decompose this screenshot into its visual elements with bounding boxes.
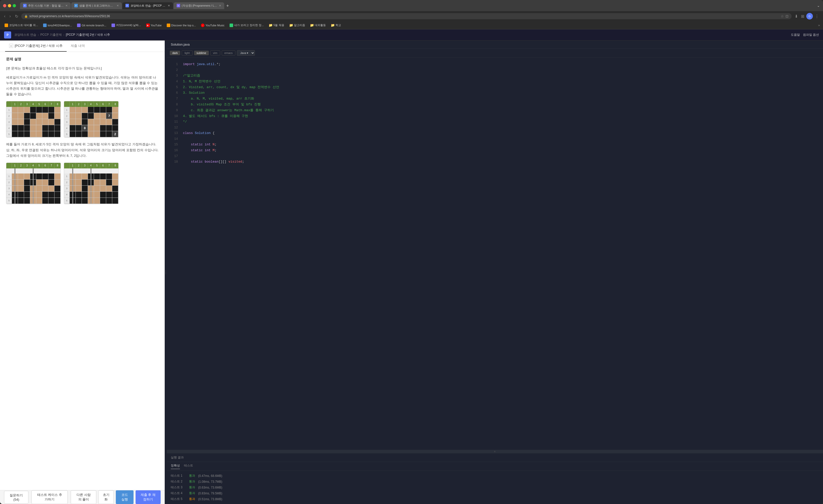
- vertical-resize-handle[interactable]: ≡: [167, 450, 823, 453]
- title-bar: P 추천 시스템 기본 - 협업 필터링(C... ✕ P 샘플 문제 | 프로…: [0, 0, 823, 11]
- test-status-4: 통과: [189, 491, 195, 495]
- bookmark-coding-test[interactable]: 코딩테스트 대비를 위...: [3, 23, 39, 28]
- bookmark-label-9: 5월 채용: [274, 23, 284, 27]
- theme-dark-button[interactable]: dark: [170, 51, 180, 55]
- bookmarks-more-button[interactable]: »: [818, 23, 820, 27]
- bookmark-baekjoo[interactable]: tony9402/baekjoo...: [41, 23, 73, 28]
- add-testcase-button[interactable]: 테스트 케이스 추가하기: [31, 490, 68, 504]
- extensions-button[interactable]: ⊞: [800, 13, 805, 19]
- tab-close-4[interactable]: ✕: [219, 4, 221, 7]
- code-line-14: 14: [167, 136, 823, 142]
- bookmark-may-jobs[interactable]: 📁 5월 채용: [267, 23, 286, 28]
- tab-label-3: 코딩테스트 연습 - [PCCP 기출문...: [131, 4, 166, 8]
- bookmark-activities[interactable]: 📁 대외활동: [309, 23, 327, 28]
- resize-icon: ≡: [494, 450, 496, 453]
- bookmark-icon-1: [5, 24, 8, 27]
- code-line-11: 11 */: [167, 119, 823, 125]
- bookmark-school[interactable]: 📁 학교: [329, 23, 343, 28]
- test-row-2: 테스트 2 통과 (1.08ms, 73.7MB): [171, 479, 819, 485]
- close-button[interactable]: [3, 4, 6, 7]
- bookmark-notes[interactable]: 내가 보려고 정리한 정...: [228, 23, 265, 28]
- problem-desc-1: 세로길이가 n 가로길이가 m 인 격자 모양의 땅 속에서 석유가 발견되었습…: [6, 75, 159, 97]
- tab-close-2[interactable]: ✕: [117, 4, 119, 7]
- content-area: P 코딩테스트 연습 › PCCP 기출문제 › [PCCP 기출문제] 2번 …: [0, 29, 823, 504]
- grid-image-right: 1 2 3 4 5 6 7 8 12734852: [64, 101, 119, 138]
- forward-button[interactable]: ›: [8, 13, 12, 19]
- back-button[interactable]: ‹: [3, 13, 6, 19]
- tab-close-1[interactable]: ✕: [65, 4, 68, 7]
- bookmark-commit[interactable]: 커밋(commit) 날짜...: [110, 23, 143, 28]
- theme-sublime-button[interactable]: sublime: [194, 51, 209, 55]
- tab-3[interactable]: P 코딩테스트 연습 - [PCCP 기출문... ✕: [122, 2, 173, 9]
- results-tab-test[interactable]: 테스트: [184, 464, 193, 469]
- address-input-wrap[interactable]: 🔒 school.programmers.co.kr/learn/courses…: [21, 13, 792, 19]
- app-logo: P: [4, 31, 11, 38]
- tab-2[interactable]: P 샘플 문제 | 프로그래머스인증시험 ✕: [71, 2, 122, 9]
- star-icon[interactable]: ☆: [781, 14, 784, 18]
- oil-grid-2: 12734852: [64, 107, 118, 137]
- bookmark-youtube[interactable]: ▶ YouTube: [145, 23, 163, 28]
- code-line-2: 2: [167, 67, 823, 73]
- test-row-5: 테스트 5 통과 (0.51ms, 73.8MB): [171, 496, 819, 502]
- test-status-2: 통과: [189, 479, 195, 484]
- theme-vim-button[interactable]: vim: [210, 50, 220, 55]
- other-solution-button[interactable]: 다른 사람의 풀이: [71, 490, 96, 504]
- tab-4[interactable]: N (작성중) [Programmers / Level... ✕: [174, 2, 224, 9]
- code-line-15: 15 static int N;: [167, 142, 823, 148]
- submit-button[interactable]: 제출 후 채점하기: [136, 490, 161, 504]
- cast-icon[interactable]: ⊡: [786, 14, 789, 18]
- bookmark-icon-6: [167, 24, 170, 27]
- test-info-4: (0.83ms, 79.5MB): [198, 492, 222, 495]
- bookmark-label-2: tony9402/baekjoo...: [48, 24, 72, 27]
- problem-desc-2: 예를 들어 가로가 8, 세로가 5인 격자 모양의 땅 속에 위 그림처럼 석…: [6, 142, 159, 158]
- bookmark-label-5: YouTube: [151, 24, 162, 27]
- bookmark-youtube-music[interactable]: ♪ YouTube Music: [199, 23, 226, 28]
- bookmark-algorithm[interactable]: 📁 알고리즘: [288, 23, 307, 28]
- results-tab-accuracy[interactable]: 정확성: [171, 464, 180, 469]
- tab-label-1: 추천 시스템 기본 - 협업 필터링(C...: [28, 4, 64, 8]
- new-tab-button[interactable]: +: [225, 3, 230, 9]
- grid-image-4: 1 2 3 4 5 6 7 8 12345: [64, 163, 119, 204]
- tab-1[interactable]: P 추천 시스템 기본 - 협업 필터링(C... ✕: [20, 2, 71, 9]
- breadcrumb-sep-2: ›: [63, 33, 64, 37]
- bottom-bar: 질문하기 (54) 테스트 케이스 추가하기 다른 사람의 풀이 초기화 코드 …: [0, 490, 165, 504]
- reset-button[interactable]: 초기화: [98, 490, 114, 504]
- language-select[interactable]: Java ▾: [237, 50, 255, 56]
- downloads-button[interactable]: ⬇: [794, 13, 799, 19]
- problem-tabs: □ [PCCP 기출문제] 2번 / 석유 시추 제출 내역: [0, 40, 165, 52]
- code-line-12: 12: [167, 125, 823, 131]
- profile-icon[interactable]: G: [806, 13, 813, 19]
- address-bar: ‹ › ↻ 🔒 school.programmers.co.kr/learn/c…: [0, 11, 823, 21]
- tab-close-3[interactable]: ✕: [168, 4, 170, 7]
- breadcrumb-item-1[interactable]: 코딩테스트 연습: [14, 33, 36, 37]
- code-line-17: 17: [167, 154, 823, 159]
- theme-emacs-button[interactable]: emacs: [222, 50, 235, 55]
- help-link[interactable]: 도움말: [791, 33, 800, 37]
- bookmark-git[interactable]: Git remote branch...: [75, 23, 108, 28]
- bookmark-label-3: Git remote branch...: [81, 24, 106, 27]
- maximize-button[interactable]: [13, 4, 16, 7]
- tab-problem[interactable]: □ [PCCP 기출문제] 2번 / 석유 시추: [5, 40, 67, 52]
- panel-divider[interactable]: ⋮: [165, 40, 167, 504]
- breadcrumb-item-2[interactable]: PCCP 기출문제: [40, 33, 61, 37]
- test-info-1: (0.47ms, 68.6MB): [198, 474, 222, 478]
- minimize-button[interactable]: [8, 4, 11, 7]
- code-line-7: 7 a. N, M, visited, map, arr 초기화: [167, 96, 823, 102]
- theme-light-button[interactable]: light: [182, 50, 192, 55]
- compile-options-link[interactable]: 컴파일 옵션: [803, 33, 819, 37]
- test-info-3: (0.63ms, 73.6MB): [198, 486, 222, 489]
- ask-question-button[interactable]: 질문하기 (54): [4, 491, 28, 504]
- grid-image-left: 1 2 3 4 5 6 7 8 12345: [6, 101, 61, 138]
- code-editor[interactable]: 1 import java.util.*; 2 3 /*알고리즘 4 1. N,…: [167, 57, 823, 450]
- settings-button[interactable]: ⋮: [814, 13, 820, 19]
- bookmark-discover[interactable]: Discover the top s...: [165, 23, 197, 28]
- tab-submission[interactable]: 제출 내역: [67, 40, 89, 52]
- right-panel: Solution.java dark light sublime vim ema…: [167, 40, 823, 504]
- bookmark-label-7: YouTube Music: [205, 24, 224, 27]
- grid-header-2: 1 2 3 4 5 6 7 8: [64, 101, 118, 107]
- tab-dropdown-button[interactable]: ⌄: [817, 4, 820, 8]
- bookmark-icon-2: [43, 24, 47, 27]
- reload-button[interactable]: ↻: [14, 13, 19, 19]
- run-code-button[interactable]: 코드 실행: [116, 490, 134, 504]
- grid-image-3: 1 2 3 4 5 6 7 8 12345: [6, 163, 61, 204]
